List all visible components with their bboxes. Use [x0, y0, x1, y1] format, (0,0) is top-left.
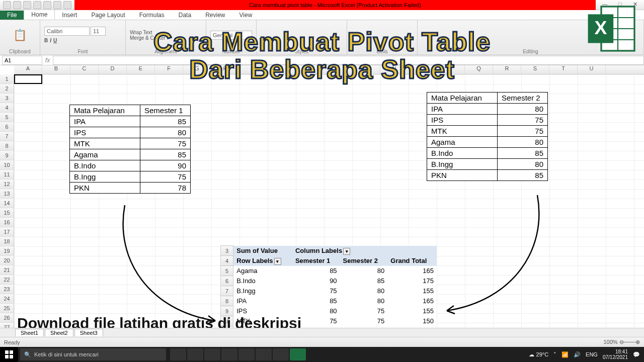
sheet-tab[interactable]: Sheet2 [45, 329, 73, 336]
qat-redo-icon[interactable] [23, 1, 31, 9]
col-header[interactable]: Q [465, 65, 493, 74]
col-header[interactable]: U [578, 65, 606, 74]
tab-page-layout[interactable]: Page Layout [84, 11, 132, 20]
col-header[interactable]: M [352, 65, 380, 74]
tab-formulas[interactable]: Formulas [132, 11, 172, 20]
wrap-text-button[interactable]: Wrap Text [130, 30, 202, 35]
edge-icon[interactable] [187, 348, 203, 360]
font-size-combo[interactable]: 11 [91, 27, 106, 36]
row-header[interactable]: 26 [0, 313, 14, 323]
col-header[interactable]: E [127, 65, 155, 74]
fx-icon[interactable]: fx [42, 57, 53, 64]
col-header[interactable]: A [14, 65, 42, 74]
weather-widget[interactable]: ☁ 29°C [529, 351, 548, 358]
tab-insert[interactable]: Insert [55, 11, 84, 20]
clock[interactable]: 18:4107/12/2021 [603, 349, 628, 360]
row-header[interactable]: 9 [0, 151, 14, 160]
tab-review[interactable]: Review [198, 11, 232, 20]
bold-button[interactable]: B [44, 38, 48, 43]
sheet-tab[interactable]: Sheet3 [74, 329, 103, 336]
row-header[interactable]: 2 [0, 84, 14, 94]
tray-chevron-icon[interactable]: ˄ [553, 351, 556, 358]
row-header[interactable]: 15 [0, 208, 14, 218]
col-header[interactable]: N [380, 65, 409, 74]
row-header[interactable]: 4 [0, 103, 14, 113]
merge-center-button[interactable]: Merge & Center [130, 35, 202, 41]
tab-view[interactable]: View [232, 11, 260, 20]
row-header[interactable]: 22 [0, 275, 14, 285]
row-header[interactable]: 12 [0, 179, 14, 189]
qat-undo-icon[interactable] [13, 1, 21, 9]
row-header[interactable]: 19 [0, 246, 14, 256]
name-box[interactable]: A1 [2, 56, 42, 65]
col-header[interactable]: R [493, 65, 521, 74]
row-header[interactable]: 8 [0, 141, 14, 151]
system-tray[interactable]: ☁ 29°C ˄ 📶 🔊 ENG 18:4107/12/2021 💬 [525, 349, 644, 360]
sheet-tabs[interactable]: Sheet1 Sheet2 Sheet3 [0, 328, 644, 337]
col-header[interactable]: T [549, 65, 578, 74]
row-header[interactable]: 14 [0, 199, 14, 208]
col-header[interactable]: J [268, 65, 296, 74]
row-header[interactable]: 21 [0, 265, 14, 275]
worksheet-grid[interactable]: ABCDEFGHIJKLMNOPQRSTU 123456789101112131… [0, 65, 644, 347]
qat-new-icon[interactable] [33, 1, 41, 9]
explorer-icon[interactable] [204, 348, 220, 360]
row-header[interactable]: 11 [0, 170, 14, 179]
zoom-level[interactable]: 100% [603, 339, 617, 345]
app-icon[interactable] [256, 348, 272, 360]
qat-save-icon[interactable] [3, 1, 11, 9]
row-header[interactable]: 6 [0, 122, 14, 132]
qat-open-icon[interactable] [43, 1, 51, 9]
qat-more-icon[interactable] [63, 1, 71, 9]
row-header[interactable]: 3 [0, 94, 14, 103]
taskview-icon[interactable] [170, 348, 186, 360]
row-header[interactable]: 1 [0, 74, 14, 84]
row-header[interactable]: 17 [0, 227, 14, 237]
col-header[interactable]: O [409, 65, 437, 74]
col-header[interactable]: F [155, 65, 183, 74]
filter-icon[interactable]: ▾ [343, 248, 350, 255]
col-header[interactable]: G [183, 65, 211, 74]
taskbar-search[interactable]: 🔍 Ketik di sini untuk mencari [20, 348, 166, 360]
filter-icon[interactable]: ▾ [274, 258, 281, 265]
col-header[interactable]: C [70, 65, 99, 74]
row-header[interactable]: 25 [0, 304, 14, 313]
app-icon[interactable] [273, 348, 289, 360]
wifi-icon[interactable]: 📶 [561, 351, 569, 358]
row-header[interactable]: 7 [0, 132, 14, 141]
language-indicator[interactable]: ENG [586, 351, 598, 357]
underline-button[interactable]: U [53, 38, 57, 43]
formula-input[interactable] [53, 56, 644, 65]
paste-icon[interactable]: 📋 [4, 29, 36, 42]
row-header[interactable]: 24 [0, 294, 14, 304]
tab-file[interactable]: File [0, 11, 24, 20]
active-cell[interactable] [14, 74, 42, 84]
row-header[interactable]: 10 [0, 160, 14, 170]
col-header[interactable]: D [99, 65, 127, 74]
row-headers[interactable]: 1234567891011121314151617181920212223242… [0, 74, 14, 332]
volume-icon[interactable]: 🔊 [574, 351, 581, 358]
row-header[interactable]: 16 [0, 218, 14, 227]
tab-home[interactable]: Home [24, 10, 55, 20]
col-header[interactable]: I [239, 65, 268, 74]
chrome-icon[interactable] [238, 348, 255, 360]
mail-icon[interactable] [221, 348, 237, 360]
row-header[interactable]: 18 [0, 237, 14, 246]
row-header[interactable]: 20 [0, 256, 14, 265]
number-format-combo[interactable]: General [210, 31, 252, 40]
tab-data[interactable]: Data [172, 11, 198, 20]
col-header[interactable]: H [211, 65, 239, 74]
italic-button[interactable]: I [50, 38, 51, 43]
col-header[interactable]: L [324, 65, 352, 74]
row-header[interactable]: 23 [0, 285, 14, 294]
notifications-icon[interactable]: 💬 [633, 351, 640, 358]
sheet-tab[interactable]: Sheet1 [15, 329, 44, 336]
row-header[interactable]: 5 [0, 113, 14, 122]
col-header[interactable]: P [437, 65, 465, 74]
excel-taskbar-icon[interactable] [290, 348, 306, 360]
col-header[interactable]: K [296, 65, 324, 74]
row-header[interactable]: 13 [0, 189, 14, 199]
col-header[interactable]: B [42, 65, 70, 74]
column-headers[interactable]: ABCDEFGHIJKLMNOPQRSTU [14, 65, 644, 74]
qat-print-icon[interactable] [53, 1, 61, 9]
